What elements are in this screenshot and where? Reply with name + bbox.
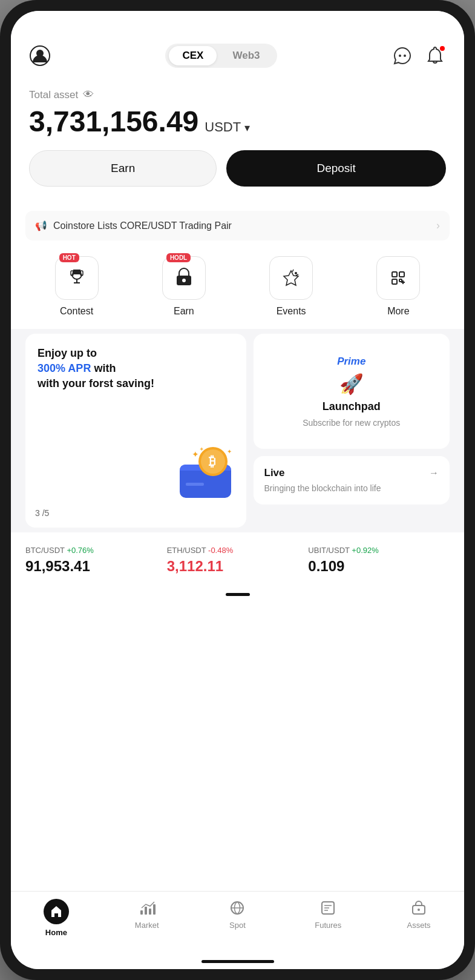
nav-spot[interactable]: Spot bbox=[192, 899, 283, 937]
ubit-price: 0.109 bbox=[308, 558, 450, 575]
eth-pair: ETH/USDT bbox=[167, 546, 208, 555]
spot-icon bbox=[228, 899, 246, 917]
total-asset-label: Total asset 👁 bbox=[29, 88, 446, 101]
asset-section: Total asset 👁 3,731,156.49 USDT ▾ Earn D… bbox=[11, 79, 464, 201]
launchpad-card[interactable]: Prime 🚀 Launchpad Subscribe for new cryp… bbox=[254, 334, 450, 449]
cards-section: Enjoy up to 300% APR with with your fors… bbox=[11, 329, 464, 532]
btc-price: 91,953.41 bbox=[25, 558, 167, 575]
svg-text:✦: ✦ bbox=[199, 446, 204, 452]
profile-icon[interactable] bbox=[29, 45, 51, 67]
eth-price: 3,112.11 bbox=[167, 558, 309, 575]
asset-amount: 3,731,156.49 USDT ▾ bbox=[29, 105, 446, 138]
notification-dot bbox=[440, 46, 445, 51]
assets-icon bbox=[410, 899, 428, 917]
status-bar bbox=[11, 11, 464, 38]
futures-label: Futures bbox=[315, 921, 341, 930]
asset-value: 3,731,156.49 bbox=[29, 105, 198, 138]
apr-highlight: 300% APR bbox=[38, 362, 91, 374]
phone-screen: CEX Web3 bbox=[11, 11, 464, 969]
contest-label: Contest bbox=[60, 306, 93, 317]
more-action[interactable]: More bbox=[345, 256, 452, 317]
hot-badge: HOT bbox=[59, 253, 79, 262]
more-icon bbox=[376, 256, 420, 300]
market-icon bbox=[138, 899, 156, 917]
live-header: Live → bbox=[264, 467, 439, 479]
scroll-content: Total asset 👁 3,731,156.49 USDT ▾ Earn D… bbox=[11, 79, 464, 891]
svg-rect-14 bbox=[186, 483, 204, 486]
svg-text:₿: ₿ bbox=[209, 454, 215, 469]
svg-point-2 bbox=[399, 55, 401, 57]
svg-text:✦: ✦ bbox=[192, 449, 199, 459]
eth-ticker[interactable]: ETH/USDT -0.48% 3,112.11 bbox=[167, 545, 309, 575]
svg-rect-11 bbox=[392, 279, 397, 284]
spot-label: Spot bbox=[229, 921, 246, 930]
rocket-icon: 🚀 bbox=[339, 372, 364, 396]
cex-tab[interactable]: CEX bbox=[169, 46, 217, 65]
svg-rect-12 bbox=[399, 279, 402, 282]
ubit-ticker[interactable]: UBIT/USDT +0.92% 0.109 bbox=[308, 545, 450, 575]
svg-rect-23 bbox=[149, 909, 151, 915]
notification-icon[interactable] bbox=[424, 45, 446, 67]
announcement-banner[interactable]: 📢 Coinstore Lists CORE/USDT Trading Pair… bbox=[25, 211, 450, 240]
events-action[interactable]: Events bbox=[238, 256, 345, 317]
ubit-pair-change: UBIT/USDT +0.92% bbox=[308, 545, 450, 555]
svg-point-28 bbox=[418, 909, 420, 911]
deposit-button[interactable]: Deposit bbox=[226, 150, 446, 187]
announcement-content: 📢 Coinstore Lists CORE/USDT Trading Pair bbox=[35, 220, 232, 231]
home-bar-container bbox=[11, 952, 464, 969]
home-label: Home bbox=[45, 928, 67, 937]
nav-home[interactable]: Home bbox=[11, 899, 102, 937]
btc-ticker[interactable]: BTC/USDT +0.76% 91,953.41 bbox=[25, 545, 167, 575]
svg-rect-22 bbox=[145, 907, 147, 915]
hodl-badge: HODL bbox=[166, 253, 191, 262]
assets-label: Assets bbox=[407, 921, 431, 930]
svg-point-3 bbox=[404, 55, 406, 57]
web3-tab[interactable]: Web3 bbox=[219, 46, 273, 65]
header: CEX Web3 bbox=[11, 38, 464, 79]
eth-pair-change: ETH/USDT -0.48% bbox=[167, 545, 309, 555]
earn-action[interactable]: HODL Earn bbox=[130, 256, 237, 317]
scroll-dot bbox=[226, 593, 250, 596]
prime-label: Prime bbox=[337, 356, 365, 368]
ubit-change: +0.92% bbox=[352, 546, 378, 555]
home-indicator bbox=[201, 960, 274, 963]
events-label: Events bbox=[277, 306, 306, 317]
live-subtitle: Bringing the blockchain into life bbox=[264, 483, 381, 493]
svg-rect-9 bbox=[392, 272, 397, 277]
total-asset-text: Total asset bbox=[29, 89, 78, 101]
contest-icon: HOT bbox=[55, 256, 99, 300]
bitcoin-illustration: ₿ ✦ ✦ ✦ bbox=[174, 440, 240, 509]
launchpad-subtitle: Subscribe for new cryptos bbox=[303, 418, 400, 428]
launchpad-title: Launchpad bbox=[323, 400, 381, 413]
nav-assets[interactable]: Assets bbox=[373, 899, 464, 937]
earn-button[interactable]: Earn bbox=[29, 150, 217, 187]
mode-switcher: CEX Web3 bbox=[165, 44, 277, 68]
nav-market[interactable]: Market bbox=[102, 899, 192, 937]
earn-label: Earn bbox=[174, 306, 194, 317]
apr-card[interactable]: Enjoy up to 300% APR with with your fors… bbox=[25, 334, 246, 528]
svg-point-8 bbox=[295, 272, 297, 274]
nav-futures[interactable]: Futures bbox=[283, 899, 373, 937]
scroll-indicator bbox=[11, 587, 464, 602]
chevron-right-icon: › bbox=[436, 219, 440, 232]
card-pagination: 3 /5 bbox=[35, 508, 49, 518]
live-card[interactable]: Live → Bringing the blockchain into life bbox=[254, 456, 450, 505]
announcement-text: Coinstore Lists CORE/USDT Trading Pair bbox=[53, 220, 232, 231]
announcement-icon: 📢 bbox=[35, 220, 47, 231]
contest-action[interactable]: HOT Contest bbox=[23, 256, 130, 317]
home-icon bbox=[44, 899, 69, 924]
market-ticker: BTC/USDT +0.76% 91,953.41 ETH/USDT -0.48… bbox=[11, 532, 464, 587]
hide-balance-icon[interactable]: 👁 bbox=[83, 88, 94, 101]
svg-point-7 bbox=[182, 279, 186, 282]
currency-dropdown-icon[interactable]: ▾ bbox=[244, 122, 250, 134]
asset-currency[interactable]: USDT ▾ bbox=[205, 119, 250, 135]
right-cards: Prime 🚀 Launchpad Subscribe for new cryp… bbox=[254, 334, 450, 528]
ubit-pair: UBIT/USDT bbox=[308, 546, 352, 555]
support-icon[interactable] bbox=[391, 45, 413, 67]
live-title: Live bbox=[264, 467, 285, 479]
header-actions bbox=[391, 45, 446, 67]
earn-icon: HODL bbox=[162, 256, 206, 300]
events-icon bbox=[269, 256, 313, 300]
market-label: Market bbox=[135, 921, 159, 930]
live-arrow-icon: → bbox=[429, 468, 439, 478]
